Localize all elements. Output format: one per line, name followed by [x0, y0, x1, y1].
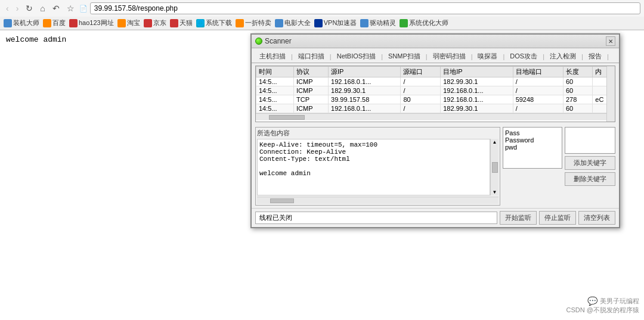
bookmark-icon	[69, 19, 78, 27]
bookmark-icon	[236, 19, 244, 27]
star-button[interactable]: ☆	[64, 2, 77, 14]
tab-dos[interactable]: DOS攻击	[506, 50, 541, 63]
bookmark-icon	[170, 19, 178, 27]
tab-sep-6: |	[502, 53, 505, 60]
scanner-title: Scanner	[265, 37, 292, 45]
cell-src-ip: 39.99.157.58	[329, 95, 401, 104]
tab-sep-9: |	[606, 53, 609, 60]
browser-chrome: ‹ › ↻ ⌂ ↶ ☆ 📄 装机大师 百度 hao123网址 淘宝 京东	[0, 0, 644, 30]
add-keyword-button[interactable]: 添加关键字	[565, 156, 615, 170]
scroll-up-arrow[interactable]: ▲	[493, 139, 497, 145]
bookmark-label: 电影大全	[284, 18, 311, 27]
cell-dst-port: /	[513, 77, 563, 86]
bookmark-label: 系统优化大师	[409, 18, 448, 27]
scanner-close-button[interactable]: ✕	[606, 36, 615, 46]
start-listen-button[interactable]: 开始监听	[500, 211, 537, 225]
cell-length: 60	[563, 77, 592, 86]
bookmark-icon	[400, 19, 408, 27]
cell-dst-port: /	[513, 104, 563, 113]
tab-sniffer[interactable]: 嗅探器	[473, 50, 501, 63]
cell-dst-ip: 182.99.30.1	[441, 104, 513, 113]
tab-report[interactable]: 报告	[584, 50, 606, 63]
clear-list-button[interactable]: 清空列表	[578, 211, 615, 225]
bookmark-icon	[360, 19, 369, 27]
packet-content-area: Keep-Alive: timeout=5, max=100Connection…	[257, 139, 499, 195]
packet-horiz-scrollbar[interactable]	[257, 197, 499, 204]
table-row[interactable]: 14:5... TCP 39.99.157.58 80 192.168.0.1.…	[256, 95, 615, 104]
bookmark-hao123[interactable]: hao123网址	[69, 18, 114, 27]
packet-horiz-thumb	[270, 198, 294, 203]
cell-length: 278	[563, 95, 592, 104]
cell-protocol: ICMP	[293, 86, 328, 95]
refresh-button[interactable]: ↻	[23, 2, 35, 14]
cell-time: 14:5...	[256, 77, 294, 86]
col-time: 时间	[256, 67, 294, 77]
tab-snmp-scan[interactable]: SNMP扫描	[384, 50, 425, 63]
tab-sep-1: |	[290, 53, 293, 60]
keyword-item[interactable]: Pass	[505, 129, 560, 136]
remove-keyword-button[interactable]: 删除关键字	[565, 172, 615, 186]
forward-button[interactable]: ›	[14, 2, 21, 14]
tab-netbios-scan[interactable]: NetBIOS扫描	[333, 50, 380, 63]
tab-port-scan[interactable]: 端口扫描	[294, 50, 329, 63]
scanner-statusbar: 线程已关闭 开始监听 停止监听 清空列表	[252, 208, 619, 227]
cell-dst-ip: 192.168.0.1...	[441, 95, 513, 104]
packet-scrollbar[interactable]: ▲ ▼	[490, 139, 499, 195]
packet-text: Keep-Alive: timeout=5, max=100Connection…	[257, 139, 490, 195]
cell-dst-port: /	[513, 86, 563, 95]
cell-src-ip: 192.168.0.1...	[329, 77, 401, 86]
bookmark-icon	[43, 19, 51, 27]
bookmark-jd[interactable]: 京东	[144, 18, 166, 27]
scroll-down-arrow[interactable]: ▼	[493, 189, 497, 195]
bookmark-icon	[314, 19, 323, 27]
table-row[interactable]: 14:5... ICMP 192.168.0.1... / 182.99.30.…	[256, 104, 615, 113]
scroll-thumb	[492, 162, 498, 173]
bookmarks-bar: 装机大师 百度 hao123网址 淘宝 京东 天猫 🌐 系统下载 一折特卖	[0, 17, 644, 30]
tab-injection[interactable]: 注入检测	[546, 50, 580, 63]
col-src-port: 源端口	[401, 67, 441, 77]
watermark-line1: 💬 美男子玩编程	[566, 296, 639, 306]
cell-src-ip: 182.99.30.1	[329, 86, 401, 95]
bookmark-tianmao[interactable]: 天猫	[170, 18, 193, 27]
undo-button[interactable]: ↶	[50, 2, 62, 14]
bookmark-yizhe[interactable]: 一折特卖	[236, 18, 271, 27]
bookmark-dianying[interactable]: 电影大全	[275, 18, 311, 27]
keyword-item[interactable]: Password	[505, 136, 560, 144]
back-button[interactable]: ‹	[4, 2, 11, 14]
watermark-text2: CSDN @不脱发的程序猿	[566, 306, 639, 315]
bookmark-icon	[117, 19, 126, 27]
vertical-scrollbar[interactable]	[606, 66, 615, 122]
tab-sep-4: |	[425, 53, 428, 60]
table-row[interactable]: 14:5... ICMP 182.99.30.1 / 192.168.0.1..…	[256, 86, 615, 95]
tab-host-scan[interactable]: 主机扫描	[255, 50, 290, 63]
keyword-item[interactable]: pwd	[505, 144, 560, 151]
bookmark-label: hao123网址	[79, 18, 114, 27]
bookmark-label: 京东	[153, 18, 166, 27]
home-button[interactable]: ⌂	[38, 2, 47, 14]
scanner-window: Scanner ✕ 主机扫描 | 端口扫描 | NetBIOS扫描 | SNMP…	[250, 33, 620, 228]
bookmark-xiazai[interactable]: 🌐 系统下载	[196, 18, 232, 27]
cell-src-port: 80	[401, 95, 441, 104]
col-protocol: 协议	[293, 67, 328, 77]
tab-sep-5: |	[470, 53, 473, 60]
scanner-tabs: 主机扫描 | 端口扫描 | NetBIOS扫描 | SNMP扫描 | 弱密码扫描…	[252, 48, 619, 63]
bookmark-vpn[interactable]: VPN加速器	[314, 18, 357, 27]
bookmark-drive[interactable]: 驱动精灵	[360, 18, 396, 27]
table-row[interactable]: 14:5... ICMP 192.168.0.1... / 182.99.30.…	[256, 77, 615, 86]
horizontal-scrollbar[interactable]	[256, 113, 615, 120]
tab-weak-pass[interactable]: 弱密码扫描	[429, 50, 470, 63]
bookmark-optimize[interactable]: 系统优化大师	[400, 18, 448, 27]
stop-listen-button[interactable]: 停止监听	[539, 211, 576, 225]
tab-sep-7: |	[542, 53, 545, 60]
address-bar[interactable]	[90, 2, 640, 14]
bookmark-baidu[interactable]: 百度	[43, 18, 66, 27]
tab-sep-2: |	[329, 53, 332, 60]
col-length: 长度	[563, 67, 592, 77]
bookmark-label: 系统下载	[206, 18, 232, 27]
cell-time: 14:5...	[256, 104, 294, 113]
cell-src-ip: 192.168.0.1...	[329, 104, 401, 113]
cell-src-port: /	[401, 77, 441, 86]
col-src-ip: 源IP	[329, 67, 401, 77]
bookmark-zhuangji[interactable]: 装机大师	[4, 18, 39, 27]
bookmark-taobao[interactable]: 淘宝	[117, 18, 140, 27]
